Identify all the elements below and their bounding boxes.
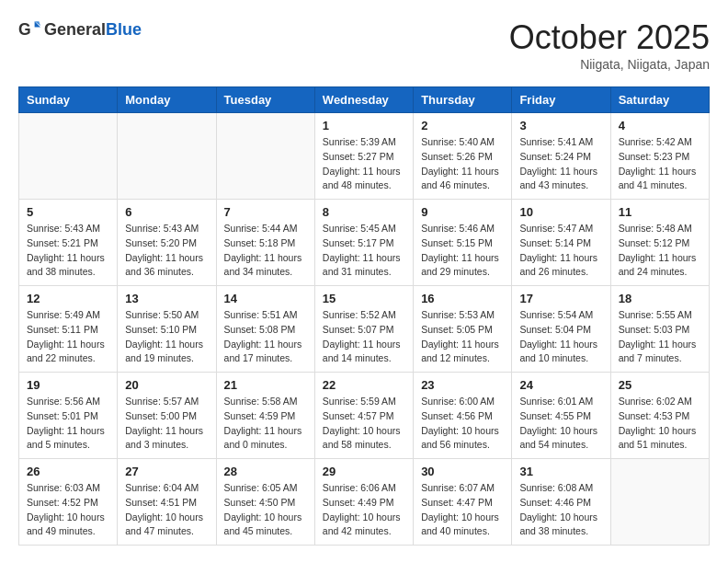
day-number: 13 (125, 292, 208, 305)
month-title: October 2025 (509, 18, 710, 57)
logo: G GeneralBlue (18, 18, 142, 40)
day-info: Sunrise: 5:43 AMSunset: 5:21 PMDaylight:… (27, 222, 109, 280)
day-info: Sunrise: 5:58 AMSunset: 4:59 PMDaylight:… (224, 395, 307, 453)
day-number: 22 (323, 378, 405, 392)
calendar-table: SundayMondayTuesdayWednesdayThursdayFrid… (18, 86, 710, 546)
day-number: 27 (125, 465, 208, 478)
calendar-cell: 19Sunrise: 5:56 AMSunset: 5:01 PMDayligh… (19, 373, 118, 459)
calendar-cell: 12Sunrise: 5:49 AMSunset: 5:11 PMDayligh… (19, 286, 118, 373)
calendar-week-row: 5Sunrise: 5:43 AMSunset: 5:21 PMDaylight… (19, 200, 710, 286)
day-number: 21 (224, 378, 307, 392)
calendar-cell: 13Sunrise: 5:50 AMSunset: 5:10 PMDayligh… (118, 286, 216, 373)
calendar-cell: 18Sunrise: 5:55 AMSunset: 5:03 PMDayligh… (610, 286, 709, 373)
calendar-week-row: 12Sunrise: 5:49 AMSunset: 5:11 PMDayligh… (19, 286, 710, 373)
day-info: Sunrise: 6:01 AMSunset: 4:55 PMDaylight:… (519, 395, 602, 453)
day-info: Sunrise: 5:54 AMSunset: 5:04 PMDaylight:… (519, 308, 602, 366)
day-number: 9 (421, 205, 504, 219)
day-number: 19 (27, 378, 109, 392)
day-number: 2 (421, 119, 504, 132)
day-info: Sunrise: 5:40 AMSunset: 5:26 PMDaylight:… (421, 135, 504, 193)
day-info: Sunrise: 6:08 AMSunset: 4:46 PMDaylight:… (519, 481, 602, 539)
day-info: Sunrise: 5:43 AMSunset: 5:20 PMDaylight:… (125, 222, 208, 280)
day-info: Sunrise: 6:06 AMSunset: 4:49 PMDaylight:… (323, 481, 405, 539)
weekday-header-friday: Friday (512, 87, 610, 113)
weekday-header-monday: Monday (118, 87, 216, 113)
weekday-header-saturday: Saturday (610, 87, 709, 113)
calendar-cell: 29Sunrise: 6:06 AMSunset: 4:49 PMDayligh… (314, 459, 413, 546)
day-info: Sunrise: 5:51 AMSunset: 5:08 PMDaylight:… (224, 308, 307, 366)
calendar-cell: 11Sunrise: 5:48 AMSunset: 5:12 PMDayligh… (610, 200, 709, 286)
calendar-cell: 15Sunrise: 5:52 AMSunset: 5:07 PMDayligh… (314, 286, 413, 373)
day-number: 5 (27, 205, 109, 219)
day-info: Sunrise: 5:45 AMSunset: 5:17 PMDaylight:… (323, 222, 405, 280)
location: Niigata, Niigata, Japan (509, 57, 710, 72)
day-number: 7 (224, 205, 307, 219)
day-info: Sunrise: 5:48 AMSunset: 5:12 PMDaylight:… (619, 222, 701, 280)
weekday-header-sunday: Sunday (19, 87, 118, 113)
day-number: 29 (323, 465, 405, 478)
calendar-cell: 26Sunrise: 6:03 AMSunset: 4:52 PMDayligh… (19, 459, 118, 546)
day-number: 31 (519, 465, 602, 478)
calendar-cell (118, 113, 216, 200)
day-number: 18 (619, 292, 701, 305)
calendar-cell: 20Sunrise: 5:57 AMSunset: 5:00 PMDayligh… (118, 373, 216, 459)
day-info: Sunrise: 6:05 AMSunset: 4:50 PMDaylight:… (224, 481, 307, 539)
calendar-cell: 17Sunrise: 5:54 AMSunset: 5:04 PMDayligh… (512, 286, 610, 373)
calendar-cell: 25Sunrise: 6:02 AMSunset: 4:53 PMDayligh… (610, 373, 709, 459)
calendar-cell (610, 459, 709, 546)
calendar-cell: 27Sunrise: 6:04 AMSunset: 4:51 PMDayligh… (118, 459, 216, 546)
day-number: 11 (619, 205, 701, 219)
day-number: 1 (323, 119, 405, 132)
day-number: 3 (519, 119, 602, 132)
day-info: Sunrise: 5:50 AMSunset: 5:10 PMDaylight:… (125, 308, 208, 366)
day-number: 23 (421, 378, 504, 392)
calendar-cell: 22Sunrise: 5:59 AMSunset: 4:57 PMDayligh… (314, 373, 413, 459)
logo-blue: Blue (106, 20, 142, 39)
calendar-cell (216, 113, 314, 200)
calendar-cell: 31Sunrise: 6:08 AMSunset: 4:46 PMDayligh… (512, 459, 610, 546)
day-number: 30 (421, 465, 504, 478)
day-number: 24 (519, 378, 602, 392)
day-number: 4 (619, 119, 701, 132)
day-number: 16 (421, 292, 504, 305)
calendar-cell: 9Sunrise: 5:46 AMSunset: 5:15 PMDaylight… (414, 200, 512, 286)
logo-icon: G (18, 18, 40, 40)
title-block: October 2025 Niigata, Niigata, Japan (509, 18, 710, 72)
calendar-week-row: 26Sunrise: 6:03 AMSunset: 4:52 PMDayligh… (19, 459, 710, 546)
calendar-cell: 23Sunrise: 6:00 AMSunset: 4:56 PMDayligh… (414, 373, 512, 459)
day-info: Sunrise: 5:44 AMSunset: 5:18 PMDaylight:… (224, 222, 307, 280)
day-info: Sunrise: 5:55 AMSunset: 5:03 PMDaylight:… (619, 308, 701, 366)
day-info: Sunrise: 5:53 AMSunset: 5:05 PMDaylight:… (421, 308, 504, 366)
day-number: 28 (224, 465, 307, 478)
calendar-cell: 30Sunrise: 6:07 AMSunset: 4:47 PMDayligh… (414, 459, 512, 546)
day-info: Sunrise: 6:03 AMSunset: 4:52 PMDaylight:… (27, 481, 109, 539)
day-info: Sunrise: 5:56 AMSunset: 5:01 PMDaylight:… (27, 395, 109, 453)
day-number: 6 (125, 205, 208, 219)
day-number: 14 (224, 292, 307, 305)
calendar-week-row: 1Sunrise: 5:39 AMSunset: 5:27 PMDaylight… (19, 113, 710, 200)
calendar-cell: 14Sunrise: 5:51 AMSunset: 5:08 PMDayligh… (216, 286, 314, 373)
day-info: Sunrise: 6:02 AMSunset: 4:53 PMDaylight:… (619, 395, 701, 453)
day-number: 8 (323, 205, 405, 219)
day-info: Sunrise: 5:49 AMSunset: 5:11 PMDaylight:… (27, 308, 109, 366)
day-info: Sunrise: 6:00 AMSunset: 4:56 PMDaylight:… (421, 395, 504, 453)
day-number: 20 (125, 378, 208, 392)
calendar-cell: 16Sunrise: 5:53 AMSunset: 5:05 PMDayligh… (414, 286, 512, 373)
weekday-header-wednesday: Wednesday (314, 87, 413, 113)
day-info: Sunrise: 5:46 AMSunset: 5:15 PMDaylight:… (421, 222, 504, 280)
logo-general: General (44, 20, 106, 39)
calendar-cell: 21Sunrise: 5:58 AMSunset: 4:59 PMDayligh… (216, 373, 314, 459)
day-info: Sunrise: 5:47 AMSunset: 5:14 PMDaylight:… (519, 222, 602, 280)
weekday-header-thursday: Thursday (414, 87, 512, 113)
day-info: Sunrise: 5:52 AMSunset: 5:07 PMDaylight:… (323, 308, 405, 366)
calendar-cell: 6Sunrise: 5:43 AMSunset: 5:20 PMDaylight… (118, 200, 216, 286)
weekday-header-tuesday: Tuesday (216, 87, 314, 113)
calendar-cell: 5Sunrise: 5:43 AMSunset: 5:21 PMDaylight… (19, 200, 118, 286)
day-info: Sunrise: 5:39 AMSunset: 5:27 PMDaylight:… (323, 135, 405, 193)
logo-text: GeneralBlue (44, 20, 142, 40)
calendar-cell: 28Sunrise: 6:05 AMSunset: 4:50 PMDayligh… (216, 459, 314, 546)
day-info: Sunrise: 5:59 AMSunset: 4:57 PMDaylight:… (323, 395, 405, 453)
calendar-week-row: 19Sunrise: 5:56 AMSunset: 5:01 PMDayligh… (19, 373, 710, 459)
calendar-cell: 8Sunrise: 5:45 AMSunset: 5:17 PMDaylight… (314, 200, 413, 286)
calendar-cell: 4Sunrise: 5:42 AMSunset: 5:23 PMDaylight… (610, 113, 709, 200)
